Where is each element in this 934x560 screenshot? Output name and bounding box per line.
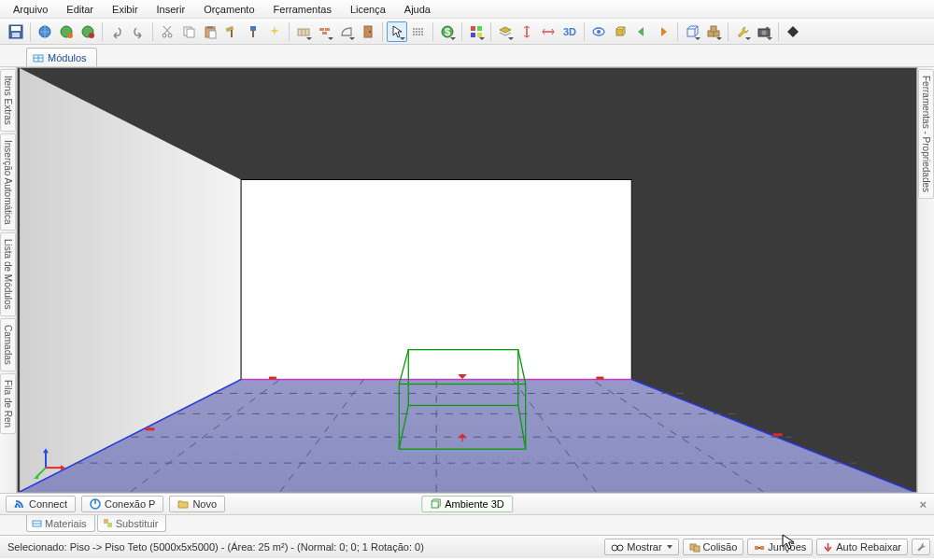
ambiente-3d-tag[interactable]: Ambiente 3D [421, 496, 513, 512]
undo-button[interactable] [106, 21, 127, 42]
svg-text:3D: 3D [563, 26, 576, 37]
materials-icon [32, 518, 42, 528]
view3d-icon [430, 498, 441, 510]
sidetab-ferramentas-prop[interactable]: Ferramentas - Propriedades [918, 69, 934, 199]
juncoes-label: Junções [768, 541, 806, 553]
wrench-button[interactable] [732, 21, 753, 42]
connect-label: Connect [29, 498, 67, 510]
3d-icon[interactable]: 3D [559, 21, 580, 42]
shape-button[interactable] [336, 21, 357, 42]
bricks-button[interactable] [315, 21, 335, 42]
tab-modulos-label: Módulos [48, 52, 87, 63]
mostrar-label: Mostrar [627, 541, 661, 553]
globe-green-icon[interactable] [56, 21, 77, 42]
redo-button[interactable] [128, 21, 149, 42]
svg-rect-14 [209, 31, 216, 38]
auto-rebaixar-button[interactable]: Auto Rebaixar [816, 539, 908, 555]
sidetab-camadas[interactable]: Camadas [0, 318, 16, 371]
modules-icon [33, 52, 44, 63]
menu-licenca[interactable]: Licença [341, 2, 395, 17]
cube-small-icon[interactable] [610, 21, 630, 42]
svg-rect-45 [711, 26, 716, 32]
replace-icon [103, 518, 113, 528]
sidetab-fila[interactable]: Fila de Ren [0, 373, 16, 434]
hammer-icon[interactable] [221, 21, 242, 42]
cut-button[interactable] [157, 21, 177, 42]
sidetab-insercao[interactable]: Inserção Automática [0, 133, 16, 231]
3d-scene [18, 68, 916, 492]
main-toolbar: $ 3D [0, 19, 934, 45]
work-area: Itens Extras Inserção Automática Lista d… [0, 67, 934, 493]
colisao-label: Colisão [703, 541, 738, 553]
camera-button[interactable] [754, 21, 774, 42]
svg-rect-58 [269, 377, 276, 380]
spark-icon[interactable] [264, 21, 285, 42]
svg-rect-19 [298, 29, 309, 35]
tab-substituir[interactable]: Substituir [97, 515, 167, 532]
sidetab-itens-extras[interactable]: Itens Extras [0, 69, 16, 132]
auto-label: Auto Rebaixar [836, 541, 901, 553]
connect-button[interactable]: Connect [6, 496, 76, 512]
juncoes-button[interactable]: Junções [747, 539, 813, 555]
svg-rect-82 [432, 501, 438, 508]
wrench-small-icon [915, 541, 927, 553]
door-icon[interactable] [358, 21, 378, 42]
mostrar-button[interactable]: Mostrar [604, 539, 678, 555]
select-button[interactable] [387, 21, 407, 42]
lower-button-bar: Connect Conexão P Novo Ambiente 3D × [0, 493, 934, 514]
dollar-button[interactable]: $ [437, 21, 458, 42]
svg-rect-34 [471, 33, 475, 37]
brush-icon[interactable] [243, 21, 263, 42]
colisao-button[interactable]: Colisão [683, 539, 744, 555]
svg-rect-92 [755, 546, 758, 550]
eye-icon[interactable] [588, 21, 609, 42]
wall-button[interactable] [293, 21, 314, 42]
menu-editar[interactable]: Editar [57, 2, 103, 17]
settings-small-button[interactable] [912, 539, 930, 555]
svg-point-40 [597, 30, 601, 34]
svg-rect-60 [146, 427, 155, 430]
top-tab-row: Módulos [0, 45, 934, 67]
palette-button[interactable] [466, 21, 487, 42]
save-button[interactable] [6, 21, 26, 42]
dim-h-icon[interactable] [538, 21, 559, 42]
arrow-left-icon[interactable] [631, 21, 652, 42]
layers-button[interactable] [495, 21, 516, 42]
svg-point-87 [612, 545, 617, 551]
svg-rect-16 [231, 30, 233, 37]
conexao-button[interactable]: Conexão P [81, 496, 163, 512]
copy-button[interactable] [178, 21, 199, 42]
diamond-icon[interactable] [783, 21, 803, 42]
svg-rect-17 [250, 26, 256, 31]
tab-modulos[interactable]: Módulos [26, 48, 97, 66]
dim-v-icon[interactable] [517, 21, 537, 42]
globe-red-icon[interactable] [78, 21, 98, 42]
novo-button[interactable]: Novo [169, 496, 225, 512]
paste-button[interactable] [200, 21, 220, 42]
menu-arquivo[interactable]: Arquivo [4, 2, 57, 17]
menu-orcamento[interactable]: Orçamento [194, 2, 263, 17]
3d-viewport[interactable] [17, 67, 917, 493]
globe-blue-icon[interactable] [35, 21, 55, 42]
menu-ferramentas[interactable]: Ferramentas [264, 2, 341, 17]
sidetab-lista-modulos[interactable]: Lista de Módulos [0, 232, 16, 316]
menu-inserir[interactable]: Inserir [148, 2, 195, 17]
svg-point-26 [369, 31, 371, 33]
boxes-button[interactable] [703, 21, 724, 42]
bottom-tab-row: Materiais Substituir [0, 514, 934, 535]
tab-materiais-label: Materiais [45, 518, 87, 529]
arrow-right-icon[interactable] [653, 21, 673, 42]
svg-point-9 [168, 34, 172, 37]
dashes-icon[interactable] [408, 21, 429, 42]
rss-icon [14, 498, 25, 510]
close-panel-button[interactable]: × [919, 497, 927, 511]
svg-rect-18 [252, 31, 254, 37]
tab-materiais[interactable]: Materiais [26, 515, 95, 532]
menu-ajuda[interactable]: Ajuda [395, 2, 440, 17]
menu-exibir[interactable]: Exibir [103, 2, 148, 17]
conexao-label: Conexão P [105, 498, 155, 510]
svg-rect-32 [471, 26, 475, 31]
box-button[interactable] [682, 21, 702, 42]
svg-point-8 [163, 34, 166, 37]
svg-rect-15 [226, 25, 234, 31]
